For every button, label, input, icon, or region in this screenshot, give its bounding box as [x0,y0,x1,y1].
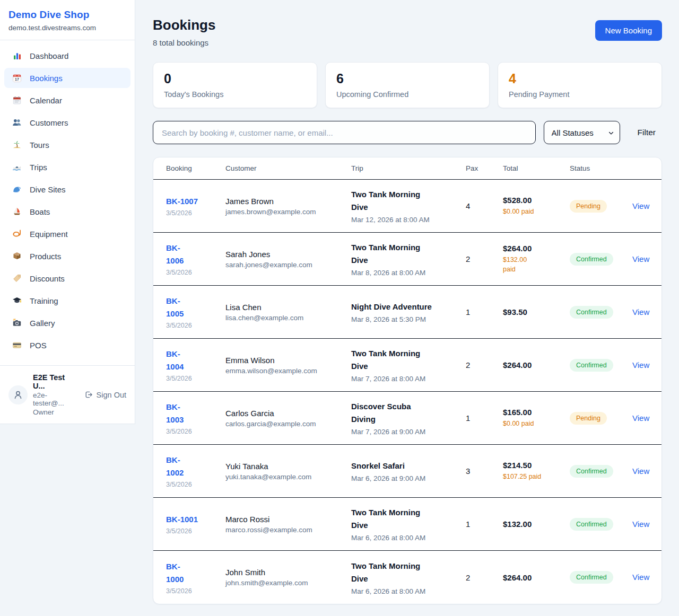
booking-date: 3/5/2026 [166,587,219,595]
brand-name[interactable]: Demo Dive Shop [8,9,126,21]
trip-cell: Discover Scuba DivingMar 7, 2026 at 9:00… [351,400,466,436]
sidebar-item-dive-sites[interactable]: Dive Sites [4,179,130,199]
sidebar-item-training[interactable]: Training [4,291,130,311]
bookings-table: BookingCustomerTripPaxTotalStatus BK-100… [153,157,662,604]
trip-datetime: Mar 8, 2026 at 5:30 PM [351,315,459,323]
view-cell: View [632,413,656,423]
trip-cell: Two Tank Morning DiveMar 6, 2026 at 8:00… [351,506,466,542]
booking-date: 3/5/2026 [166,269,219,276]
sidebar: Demo Dive Shop demo.test.divestreams.com… [0,0,135,424]
svg-text:17: 17 [15,77,19,81]
sidebar-item-label: Products [30,252,61,261]
column-header: Trip [351,164,466,172]
booking-number-link[interactable]: BK- 1005 [166,296,184,318]
booking-number-link[interactable]: BK-1001 [166,515,198,524]
booking-cell: BK- 10003/5/2026 [166,560,225,595]
customer-name: John Smith [225,568,345,577]
customer-cell: Emma Wilsonemma.wilson@example.com [225,356,351,375]
sidebar-item-dashboard[interactable]: Dashboard [4,46,130,66]
sidebar-item-pos[interactable]: POS [4,335,130,355]
total-cell: $93.50 [503,307,570,316]
speedboat-icon [12,162,22,172]
customer-cell: Carlos Garciacarlos.garcia@example.com [225,409,351,428]
view-link[interactable]: View [632,573,649,582]
sidebar-item-gallery[interactable]: Gallery [4,313,130,333]
booking-number-link[interactable]: BK- 1004 [166,349,184,371]
pax-cell: 3 [466,467,503,476]
new-booking-button[interactable]: New Booking [595,20,662,41]
total-cell: $264.00 [503,573,570,582]
sidebar-item-label: Training [30,296,58,305]
view-link[interactable]: View [632,254,649,263]
status-cell: Confirmed [570,253,632,266]
customer-name: Lisa Chen [225,303,345,312]
trip-name: Two Tank Morning Dive [351,560,459,585]
customer-email: emma.wilson@example.com [225,367,345,375]
sidebar-item-label: Equipment [30,230,68,239]
brand-domain: demo.test.divestreams.com [8,24,126,32]
booking-number-link[interactable]: BK-1007 [166,197,198,206]
sidebar-item-label: Calendar [30,96,62,105]
booking-number-link[interactable]: BK- 1002 [166,455,184,477]
view-link[interactable]: View [632,201,649,210]
sign-out-button[interactable]: Sign Out [84,390,126,399]
filter-button[interactable]: Filter [631,128,662,137]
stats-row: 0Today's Bookings6Upcoming Confirmed4Pen… [153,62,662,108]
customer-name: Carlos Garcia [225,409,345,418]
customer-name: James Brown [225,197,345,206]
total-cell: $264.00$132.00 paid [503,244,570,274]
column-header: Booking [166,164,225,172]
sidebar-item-calendar[interactable]: Calendar [4,90,130,110]
page-title: Bookings [153,17,215,33]
trip-name: Discover Scuba Diving [351,400,459,426]
sidebar-item-customers[interactable]: Customers [4,112,130,133]
paid-amount: $107.25 paid [503,472,563,481]
status-filter-wrap: All Statuses [544,121,620,144]
sidebar-item-label: Gallery [30,319,55,328]
view-link[interactable]: View [632,520,649,529]
sidebar-item-products[interactable]: Products [4,246,130,266]
sidebar-item-label: Boats [30,207,50,216]
customer-email: yuki.tanaka@example.com [225,473,345,481]
booking-number-link[interactable]: BK- 1003 [166,402,184,424]
avatar [8,385,28,404]
logout-icon [84,390,93,399]
stat-card: 0Today's Bookings [153,62,317,108]
pax-cell: 1 [466,520,503,529]
sidebar-item-tours[interactable]: Tours [4,135,130,155]
total-cell: $264.00 [503,360,570,369]
sidebar-item-trips[interactable]: Trips [4,157,130,177]
sidebar-item-discounts[interactable]: Discounts [4,268,130,288]
sign-out-label: Sign Out [97,391,126,399]
total-cell: $528.00$0.00 paid [503,196,570,216]
view-link[interactable]: View [632,413,649,423]
trip-name: Night Dive Adventure [351,301,459,313]
total-amount: $264.00 [503,244,563,253]
view-link[interactable]: View [632,307,649,316]
sailboat-icon [12,207,22,216]
booking-number-link[interactable]: BK- 1006 [166,243,184,265]
sidebar-item-bookings[interactable]: 17Bookings [4,68,130,88]
sidebar-item-equipment[interactable]: Equipment [4,224,130,244]
status-badge: Confirmed [570,518,613,531]
sidebar-item-label: Tours [30,140,49,149]
status-filter-select[interactable]: All Statuses [544,121,620,144]
customer-cell: James Brownjames.brown@example.com [225,197,351,216]
trip-cell: Two Tank Morning DiveMar 8, 2026 at 8:00… [351,241,466,277]
column-header: Pax [466,164,503,172]
booking-date: 3/5/2026 [166,209,219,217]
total-cell: $214.50$107.25 paid [503,461,570,481]
user-name: E2E Test U... [33,373,79,390]
booking-number-link[interactable]: BK- 1000 [166,562,184,584]
sidebar-item-boats[interactable]: Boats [4,201,130,222]
search-input[interactable] [153,121,536,144]
trip-name: Snorkel Safari [351,460,459,472]
table-row: BK- 10003/5/2026John Smithjohn.smith@exa… [153,551,661,604]
view-link[interactable]: View [632,467,649,476]
graduation-cap-icon [12,296,22,305]
booking-date: 3/5/2026 [166,322,219,329]
trip-cell: Two Tank Morning DiveMar 7, 2026 at 8:00… [351,347,466,383]
total-amount: $528.00 [503,196,563,205]
view-link[interactable]: View [632,360,649,369]
bar-chart-icon [12,51,22,60]
